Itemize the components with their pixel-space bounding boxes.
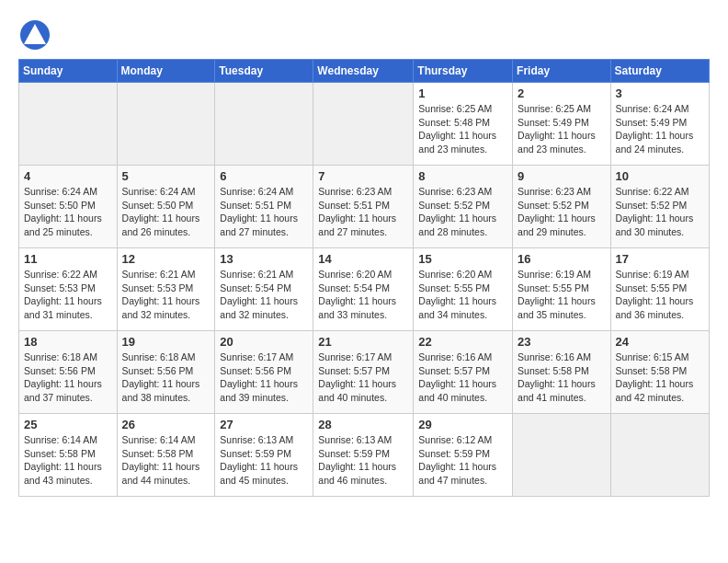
logo-icon [18, 18, 51, 52]
day-number: 22 [418, 335, 507, 349]
day-info: Sunrise: 6:18 AM Sunset: 5:56 PM Dayligh… [122, 351, 200, 403]
calendar-cell: 7Sunrise: 6:23 AM Sunset: 5:51 PM Daylig… [313, 166, 414, 248]
day-info: Sunrise: 6:24 AM Sunset: 5:50 PM Dayligh… [24, 186, 102, 237]
calendar-cell [117, 83, 215, 166]
day-info: Sunrise: 6:16 AM Sunset: 5:57 PM Dayligh… [418, 351, 496, 403]
day-number: 10 [616, 169, 704, 183]
calendar-cell: 29Sunrise: 6:12 AM Sunset: 5:59 PM Dayli… [414, 414, 513, 497]
day-info: Sunrise: 6:17 AM Sunset: 5:57 PM Dayligh… [318, 351, 396, 403]
day-info: Sunrise: 6:18 AM Sunset: 5:56 PM Dayligh… [24, 351, 102, 403]
day-number: 5 [122, 169, 210, 183]
calendar-cell: 15Sunrise: 6:20 AM Sunset: 5:55 PM Dayli… [414, 248, 513, 331]
day-number: 20 [220, 335, 308, 349]
day-number: 8 [418, 169, 507, 183]
day-header-sunday: Sunday [19, 60, 118, 83]
day-info: Sunrise: 6:16 AM Sunset: 5:58 PM Dayligh… [518, 351, 596, 403]
day-info: Sunrise: 6:19 AM Sunset: 5:55 PM Dayligh… [518, 269, 596, 320]
day-number: 9 [518, 169, 606, 183]
day-header-saturday: Saturday [610, 60, 709, 83]
day-header-tuesday: Tuesday [215, 60, 313, 83]
day-number: 16 [518, 252, 606, 266]
calendar-week-row: 25Sunrise: 6:14 AM Sunset: 5:58 PM Dayli… [19, 414, 710, 497]
day-info: Sunrise: 6:25 AM Sunset: 5:48 PM Dayligh… [418, 103, 496, 155]
day-number: 11 [24, 252, 112, 266]
day-info: Sunrise: 6:14 AM Sunset: 5:58 PM Dayligh… [24, 434, 102, 486]
calendar-cell [513, 414, 611, 497]
day-number: 7 [318, 169, 408, 183]
day-info: Sunrise: 6:25 AM Sunset: 5:49 PM Dayligh… [518, 103, 596, 155]
day-info: Sunrise: 6:21 AM Sunset: 5:53 PM Dayligh… [122, 269, 200, 320]
calendar-cell: 26Sunrise: 6:14 AM Sunset: 5:58 PM Dayli… [117, 414, 215, 497]
calendar-cell [610, 414, 709, 497]
day-number: 3 [616, 86, 704, 100]
day-info: Sunrise: 6:23 AM Sunset: 5:52 PM Dayligh… [418, 186, 496, 237]
calendar-cell: 23Sunrise: 6:16 AM Sunset: 5:58 PM Dayli… [513, 331, 611, 414]
day-header-thursday: Thursday [414, 60, 513, 83]
day-number: 29 [418, 418, 507, 431]
calendar-week-row: 11Sunrise: 6:22 AM Sunset: 5:53 PM Dayli… [19, 248, 710, 331]
day-info: Sunrise: 6:12 AM Sunset: 5:59 PM Dayligh… [418, 434, 496, 486]
calendar-cell: 27Sunrise: 6:13 AM Sunset: 5:59 PM Dayli… [215, 414, 313, 497]
calendar-week-row: 1Sunrise: 6:25 AM Sunset: 5:48 PM Daylig… [19, 83, 710, 166]
day-info: Sunrise: 6:22 AM Sunset: 5:53 PM Dayligh… [24, 269, 102, 320]
header [18, 15, 710, 52]
day-number: 25 [24, 418, 112, 431]
day-info: Sunrise: 6:24 AM Sunset: 5:49 PM Dayligh… [616, 103, 694, 155]
day-header-friday: Friday [513, 60, 611, 83]
calendar-cell: 5Sunrise: 6:24 AM Sunset: 5:50 PM Daylig… [117, 166, 215, 248]
day-number: 15 [418, 252, 507, 266]
calendar-cell: 20Sunrise: 6:17 AM Sunset: 5:56 PM Dayli… [215, 331, 313, 414]
day-number: 24 [616, 335, 704, 349]
calendar-cell: 4Sunrise: 6:24 AM Sunset: 5:50 PM Daylig… [19, 166, 118, 248]
day-number: 12 [122, 252, 210, 266]
day-number: 13 [220, 252, 308, 266]
calendar-cell: 1Sunrise: 6:25 AM Sunset: 5:48 PM Daylig… [414, 83, 513, 166]
calendar-cell: 13Sunrise: 6:21 AM Sunset: 5:54 PM Dayli… [215, 248, 313, 331]
calendar-cell: 11Sunrise: 6:22 AM Sunset: 5:53 PM Dayli… [19, 248, 118, 331]
day-info: Sunrise: 6:21 AM Sunset: 5:54 PM Dayligh… [220, 269, 298, 320]
calendar-header-row: SundayMondayTuesdayWednesdayThursdayFrid… [19, 60, 710, 83]
calendar-week-row: 18Sunrise: 6:18 AM Sunset: 5:56 PM Dayli… [19, 331, 710, 414]
calendar-cell [19, 83, 118, 166]
day-number: 27 [220, 418, 308, 431]
calendar-cell: 17Sunrise: 6:19 AM Sunset: 5:55 PM Dayli… [610, 248, 709, 331]
day-number: 14 [318, 252, 408, 266]
day-number: 19 [122, 335, 210, 349]
day-number: 28 [318, 418, 408, 431]
calendar-cell: 14Sunrise: 6:20 AM Sunset: 5:54 PM Dayli… [313, 248, 414, 331]
calendar-cell: 24Sunrise: 6:15 AM Sunset: 5:58 PM Dayli… [610, 331, 709, 414]
day-info: Sunrise: 6:13 AM Sunset: 5:59 PM Dayligh… [318, 434, 396, 486]
day-info: Sunrise: 6:23 AM Sunset: 5:52 PM Dayligh… [518, 186, 596, 237]
calendar-table: SundayMondayTuesdayWednesdayThursdayFrid… [18, 59, 710, 497]
calendar-cell: 8Sunrise: 6:23 AM Sunset: 5:52 PM Daylig… [414, 166, 513, 248]
calendar-cell: 18Sunrise: 6:18 AM Sunset: 5:56 PM Dayli… [19, 331, 118, 414]
day-number: 26 [122, 418, 210, 431]
day-info: Sunrise: 6:24 AM Sunset: 5:51 PM Dayligh… [220, 186, 298, 237]
calendar-cell: 22Sunrise: 6:16 AM Sunset: 5:57 PM Dayli… [414, 331, 513, 414]
day-number: 23 [518, 335, 606, 349]
calendar-cell: 6Sunrise: 6:24 AM Sunset: 5:51 PM Daylig… [215, 166, 313, 248]
calendar-cell: 3Sunrise: 6:24 AM Sunset: 5:49 PM Daylig… [610, 83, 709, 166]
day-header-wednesday: Wednesday [313, 60, 414, 83]
day-number: 17 [616, 252, 704, 266]
day-number: 4 [24, 169, 112, 183]
day-number: 2 [518, 86, 606, 100]
calendar-cell: 21Sunrise: 6:17 AM Sunset: 5:57 PM Dayli… [313, 331, 414, 414]
day-info: Sunrise: 6:15 AM Sunset: 5:58 PM Dayligh… [616, 351, 694, 403]
day-number: 18 [24, 335, 112, 349]
calendar-cell: 25Sunrise: 6:14 AM Sunset: 5:58 PM Dayli… [19, 414, 118, 497]
calendar-cell: 28Sunrise: 6:13 AM Sunset: 5:59 PM Dayli… [313, 414, 414, 497]
day-number: 21 [318, 335, 408, 349]
calendar-week-row: 4Sunrise: 6:24 AM Sunset: 5:50 PM Daylig… [19, 166, 710, 248]
day-info: Sunrise: 6:20 AM Sunset: 5:54 PM Dayligh… [318, 269, 396, 320]
calendar-cell: 2Sunrise: 6:25 AM Sunset: 5:49 PM Daylig… [513, 83, 611, 166]
calendar-cell: 9Sunrise: 6:23 AM Sunset: 5:52 PM Daylig… [513, 166, 611, 248]
day-number: 6 [220, 169, 308, 183]
calendar-cell: 16Sunrise: 6:19 AM Sunset: 5:55 PM Dayli… [513, 248, 611, 331]
day-info: Sunrise: 6:24 AM Sunset: 5:50 PM Dayligh… [122, 186, 200, 237]
day-info: Sunrise: 6:22 AM Sunset: 5:52 PM Dayligh… [616, 186, 694, 237]
day-info: Sunrise: 6:19 AM Sunset: 5:55 PM Dayligh… [616, 269, 694, 320]
day-info: Sunrise: 6:23 AM Sunset: 5:51 PM Dayligh… [318, 186, 396, 237]
calendar-cell [313, 83, 414, 166]
day-header-monday: Monday [117, 60, 215, 83]
